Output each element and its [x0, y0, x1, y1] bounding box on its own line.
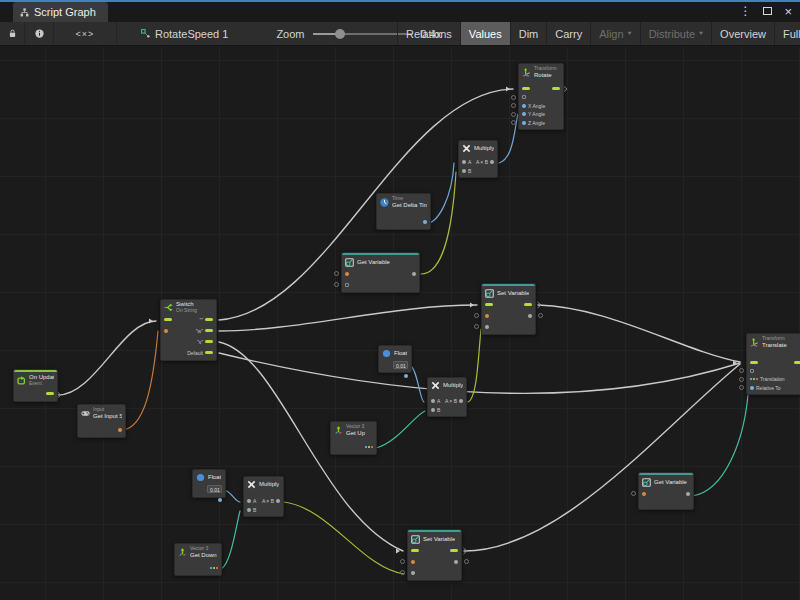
node-multiply-3[interactable]: MultiplyAA × BB	[243, 476, 284, 517]
flow-port[interactable]	[205, 318, 213, 321]
value-port[interactable]	[454, 560, 458, 564]
toolbar-button-full-screen[interactable]: Full Screen	[774, 22, 800, 45]
value-port[interactable]	[522, 112, 526, 116]
node-rotate[interactable]: TransformRotateX AngleY AngleZ Angle	[518, 63, 564, 130]
vector3-port[interactable]	[210, 567, 218, 569]
node-get-input-string[interactable]: InputGet Input String	[77, 404, 126, 438]
node-multiply-2[interactable]: MultiplyAA × BB	[427, 377, 467, 417]
value-port[interactable]	[462, 169, 466, 173]
flow-port[interactable]	[522, 87, 530, 90]
flow-port[interactable]	[411, 549, 419, 552]
toolbar-button-carry[interactable]: Carry	[546, 22, 590, 45]
value-input[interactable]: 0.01	[393, 361, 408, 369]
tab-script-graph[interactable]: Script Graph	[13, 2, 108, 22]
zoom-to-fit-button[interactable]: <×>	[54, 22, 117, 45]
wire-get-input-string.out--switch-on-string.selector[interactable]	[123, 331, 158, 430]
value-port[interactable]	[118, 428, 122, 432]
outer-socket[interactable]	[511, 112, 516, 117]
node-multiply-1[interactable]: MultiplyAA × BB	[458, 140, 498, 178]
outer-socket[interactable]	[474, 324, 479, 329]
flow-port[interactable]	[794, 361, 800, 364]
value-port[interactable]	[164, 329, 168, 333]
outer-socket[interactable]	[334, 271, 339, 276]
node-vector3-get-up[interactable]: Vector 3Get Up	[330, 421, 377, 455]
flow-port[interactable]	[164, 318, 172, 321]
wire-multiply-3.out--set-variable-2.value[interactable]	[284, 502, 404, 574]
node-get-variable-2[interactable]: Get Variable	[638, 472, 694, 510]
node-get-variable-1[interactable]: Get Variable	[341, 252, 420, 293]
outer-socket[interactable]	[474, 313, 479, 318]
flow-port[interactable]	[485, 303, 493, 306]
node-set-variable-1[interactable]: Set Variable	[481, 283, 536, 335]
value-port[interactable]	[522, 121, 526, 125]
value-port[interactable]	[642, 492, 646, 496]
node-switch-on-string[interactable]: SwitchOn String"""w""s"Default	[160, 299, 217, 361]
toolbar-button-values[interactable]: Values	[460, 22, 510, 45]
vector3-port[interactable]	[750, 378, 758, 380]
value-port[interactable]	[431, 408, 435, 412]
value-port[interactable]	[276, 499, 280, 503]
info-button[interactable]	[25, 22, 54, 45]
wire-vector3-get-up.out--multiply-2.b[interactable]	[376, 411, 425, 448]
toolbar-button-dim[interactable]: Dim	[510, 22, 547, 45]
outer-socket[interactable]	[464, 559, 469, 564]
outer-socket[interactable]	[511, 95, 516, 100]
flow-port[interactable]	[450, 549, 458, 552]
value-port[interactable]	[485, 314, 489, 318]
wire-multiply-2.out--set-variable-1.value[interactable]	[468, 329, 481, 402]
outer-socket[interactable]	[334, 282, 339, 287]
value-port[interactable]	[218, 498, 222, 502]
outer-socket[interactable]	[400, 559, 405, 564]
value-port[interactable]	[423, 220, 427, 224]
close-icon[interactable]: ×	[784, 5, 792, 18]
maximize-icon[interactable]	[763, 7, 772, 15]
flow-port[interactable]	[524, 303, 532, 306]
object-port[interactable]	[522, 95, 526, 99]
value-input[interactable]: 0.01	[207, 485, 222, 493]
value-port[interactable]	[485, 325, 489, 329]
toolbar-button-overview[interactable]: Overview	[711, 22, 774, 45]
node-on-update[interactable]: On UpdateEvent	[13, 369, 58, 402]
wire-switch-on-string.default--translate.flow[interactable]	[219, 353, 740, 393]
value-port[interactable]	[459, 399, 463, 403]
wire-get-delta-time.out--multiply-1.a[interactable]	[427, 163, 454, 223]
node-get-delta-time[interactable]: TimeGet Delta Time	[376, 193, 431, 230]
node-float-1[interactable]: Float0.01	[378, 345, 412, 373]
node-set-variable-2[interactable]: Set Variable	[407, 529, 462, 581]
outer-socket[interactable]	[400, 570, 405, 575]
zoom-slider-handle[interactable]	[335, 29, 345, 39]
flow-port[interactable]	[205, 329, 213, 332]
vector3-port[interactable]	[365, 446, 373, 448]
graph-breadcrumb[interactable]: RotateSpeed 1	[131, 22, 238, 45]
value-port[interactable]	[412, 272, 416, 276]
toolbar-button-relations[interactable]: Relations	[397, 22, 460, 45]
object-port[interactable]	[345, 283, 349, 287]
value-port[interactable]	[404, 374, 408, 378]
lock-button[interactable]	[0, 22, 25, 45]
node-float-2[interactable]: Float0.01	[192, 469, 226, 498]
outer-socket[interactable]	[739, 377, 744, 382]
value-port[interactable]	[528, 314, 532, 318]
value-port[interactable]	[686, 492, 690, 496]
value-port[interactable]	[411, 571, 415, 575]
value-port[interactable]	[247, 508, 251, 512]
flow-port[interactable]	[46, 392, 54, 395]
flow-port[interactable]	[552, 87, 560, 90]
outer-socket[interactable]	[631, 491, 636, 496]
value-port[interactable]	[522, 104, 526, 108]
flow-port[interactable]	[205, 351, 213, 354]
flow-port[interactable]	[750, 361, 758, 364]
node-vector3-get-down[interactable]: Vector 3Get Down	[174, 543, 222, 576]
value-port[interactable]	[490, 160, 494, 164]
value-port[interactable]	[345, 272, 349, 276]
wire-vector3-get-down.out--multiply-3.b[interactable]	[221, 511, 240, 569]
wire-set-variable-1.flow-out--translate.flow[interactable]	[538, 305, 740, 362]
value-port[interactable]	[247, 499, 251, 503]
value-port[interactable]	[750, 386, 754, 390]
graph-canvas[interactable]: On UpdateEventInputGet Input StringSwitc…	[0, 47, 800, 600]
outer-socket[interactable]	[538, 313, 543, 318]
object-port[interactable]	[750, 369, 754, 373]
window-menu-icon[interactable]: ⋮	[739, 5, 751, 17]
value-port[interactable]	[462, 160, 466, 164]
wire-set-variable-2.flow-out--translate.flow[interactable]	[464, 364, 740, 551]
